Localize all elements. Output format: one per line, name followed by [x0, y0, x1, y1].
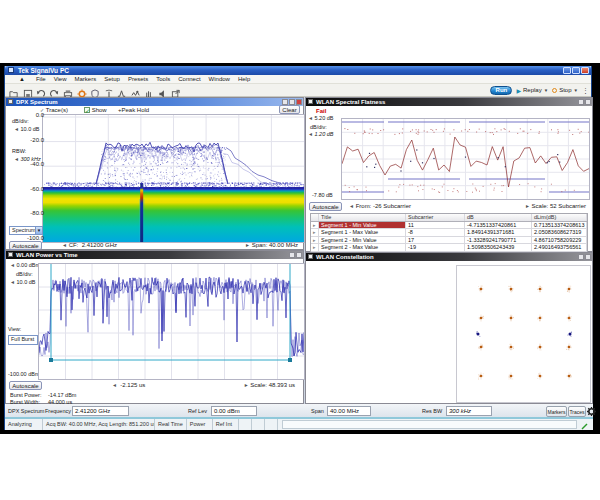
run-button[interactable]: Run	[490, 86, 512, 95]
flatness-plot[interactable]	[341, 118, 590, 200]
pvt-autoscale-button[interactable]: Autoscale	[9, 381, 42, 390]
dpx-y-axis-label: -20.0	[20, 137, 44, 143]
menu-item-setup[interactable]: Setup	[100, 75, 124, 83]
dpx-y-axis-label: -100.0	[20, 235, 44, 241]
antenna-icon[interactable]	[104, 85, 114, 95]
res-bw-input[interactable]: 300 kHz	[446, 406, 492, 416]
pvt-scale-readout[interactable]: ► Scale: 48.393 us	[244, 382, 295, 388]
flatness-results-table[interactable]: TitleSubcarrierdBdLim(dB)▸Segment 1 - Mi…	[310, 213, 588, 253]
flatness-from-readout[interactable]: ◄ From: -26 Subcarrier	[349, 203, 411, 209]
controlbar-app-name[interactable]: DPX Spectrum	[8, 408, 44, 414]
menu-item-connect[interactable]: Connect	[174, 75, 204, 83]
flatness-ytop[interactable]: ◄ 5.20 dB	[308, 115, 333, 121]
maximize-button[interactable]	[572, 67, 580, 74]
flatness-dbdiv-value[interactable]: ◄ 1.20 dB	[308, 131, 333, 137]
minimize-button[interactable]	[563, 67, 571, 74]
marker-peak-icon[interactable]	[117, 85, 127, 95]
pvt-dbdiv-value[interactable]: ◄ 10.0 dB	[10, 279, 35, 285]
dpx-peak-hold-label[interactable]: +Peak Hold	[118, 107, 149, 113]
dpx-show-checkbox[interactable]: ✓ Show	[84, 107, 107, 113]
table-header-subcarrier[interactable]: Subcarrier	[406, 214, 465, 221]
table-header-dlimdb[interactable]: dLim(dB)	[532, 214, 587, 221]
window-titlebar[interactable]: Tek SignalVu PC	[5, 66, 591, 75]
shield-icon[interactable]	[90, 85, 100, 95]
menu-item-markers[interactable]: Markers	[71, 75, 101, 83]
close-button[interactable]	[581, 67, 589, 74]
panel-minimize-button[interactable]	[578, 254, 584, 260]
constellation-panel-titlebar[interactable]: WLAN Constellation	[306, 253, 592, 261]
dpx-cf-readout[interactable]: ◄ CF: 2.41200 GHz	[62, 242, 117, 248]
frequency-input[interactable]: 2.41200 GHz	[72, 406, 129, 416]
dpx-panel-titlebar[interactable]: DPX Spectrum	[6, 98, 303, 106]
panel-minimize-button[interactable]	[578, 99, 584, 105]
table-row[interactable]: ▸Segment 1 - Max Value-81.84914391371681…	[311, 229, 587, 237]
undo-icon[interactable]	[36, 85, 46, 95]
speaker-icon[interactable]	[158, 85, 168, 95]
constellation-plot[interactable]	[456, 265, 591, 403]
stop-button[interactable]: Stop ▼	[552, 87, 578, 93]
dpx-rbw-label: RBW:	[12, 148, 26, 154]
status-bar: Analyzing Acq BW: 40.00 MHz, Acq Length:…	[5, 419, 593, 430]
panel-maximize-button[interactable]	[296, 252, 302, 258]
pvt-panel-title: WLAN Power vs Time	[16, 251, 78, 259]
more-options-icon[interactable]: ⋮	[582, 86, 589, 95]
pvt-xleft-readout[interactable]: ◄ -2.125 us	[112, 382, 145, 388]
dpx-plot[interactable]	[42, 114, 305, 243]
dpx-panel-title: DPX Spectrum	[16, 98, 58, 106]
constellation-panel-title: WLAN Constellation	[316, 253, 374, 261]
status-cell-empty	[252, 419, 265, 430]
ref-lev-label: Ref Lev	[188, 408, 207, 414]
flatness-autoscale-button[interactable]: Autoscale	[309, 202, 342, 211]
table-row[interactable]: ▸Segment 2 - Max Value-191.5098350624343…	[311, 244, 587, 252]
dpx-traces-label[interactable]: ✓ Trace(s)	[40, 107, 68, 113]
app-icon	[8, 67, 14, 73]
span-input[interactable]: 40.00 MHz	[327, 406, 371, 416]
replay-button[interactable]: ▶ Replay ▼	[516, 87, 548, 94]
flatness-result: Fail	[316, 108, 326, 114]
table-header-db[interactable]: dB	[465, 214, 532, 221]
flatness-panel: WLAN Spectral Flatness Fail ◄ 5.20 dB dB…	[305, 97, 593, 252]
ref-lev-input[interactable]: 0.00 dBm	[211, 406, 257, 416]
export-icon[interactable]	[171, 85, 181, 95]
dpx-clear-button[interactable]: Clear	[279, 105, 300, 114]
settings-gear-icon[interactable]	[587, 407, 596, 416]
pvt-burst-power-value: -14.17 dBm	[48, 392, 76, 398]
table-row[interactable]: ▸Segment 1 - Min Value11-4.7135133742086…	[311, 222, 587, 230]
pvt-panel-titlebar[interactable]: WLAN Power vs Time	[6, 251, 303, 259]
menu-item-view[interactable]: View	[50, 75, 71, 83]
table-header-title[interactable]: Title	[319, 214, 406, 221]
dpx-display-select[interactable]: Spectrum ▼	[9, 226, 43, 235]
print-icon[interactable]	[63, 85, 73, 95]
marker-wave-icon[interactable]	[131, 85, 141, 95]
flatness-panel-titlebar[interactable]: WLAN Spectral Flatness	[306, 98, 592, 106]
menu-item-file[interactable]: File	[32, 75, 50, 83]
status-cell: Real Time	[155, 419, 187, 430]
pan-hand-icon[interactable]	[144, 85, 154, 95]
video-frame: Tek SignalVu PC ▲ FileViewMarkersSetupPr…	[0, 63, 600, 434]
flatness-scale-readout[interactable]: ► Scale: 52 Subcarrier	[525, 203, 586, 209]
menu-item-window[interactable]: Window	[205, 75, 234, 83]
res-bw-label: Res BW	[422, 408, 442, 414]
pvt-ytop[interactable]: ◄ 0.00 dBm	[10, 262, 40, 268]
menu-item-tools[interactable]: Tools	[152, 75, 174, 83]
tek-logo-icon: ▲	[5, 75, 32, 83]
table-row[interactable]: ▸Segment 2 - Min Value17-1.3328924179077…	[311, 237, 587, 245]
settings-gear-icon[interactable]	[77, 85, 87, 95]
dpx-autoscale-button[interactable]: Autoscale	[9, 241, 42, 250]
flatness-dbdiv-label: dB/div:	[310, 124, 327, 130]
markers-button[interactable]: Markers	[546, 406, 567, 417]
panel-maximize-button[interactable]	[585, 254, 591, 260]
menu-item-presets[interactable]: Presets	[124, 75, 152, 83]
save-icon[interactable]	[23, 85, 33, 95]
dpx-dbdiv-value[interactable]: ◄ 10.0 dB	[14, 126, 39, 132]
flatness-panel-title: WLAN Spectral Flatness	[316, 98, 385, 106]
panel-maximize-button[interactable]	[585, 99, 591, 105]
redo-icon[interactable]	[50, 85, 60, 95]
panel-minimize-button[interactable]	[289, 252, 295, 258]
dpx-span-readout[interactable]: ► Span: 40.00 MHz	[245, 242, 298, 248]
menu-item-help[interactable]: Help	[234, 75, 254, 83]
open-folder-icon[interactable]	[9, 85, 19, 95]
workspace: DPX Spectrum ✓ Trace(s) ✓ Show +Peak Hol…	[5, 97, 593, 404]
pvt-plot[interactable]	[38, 263, 305, 380]
traces-button[interactable]: Traces	[568, 406, 586, 417]
